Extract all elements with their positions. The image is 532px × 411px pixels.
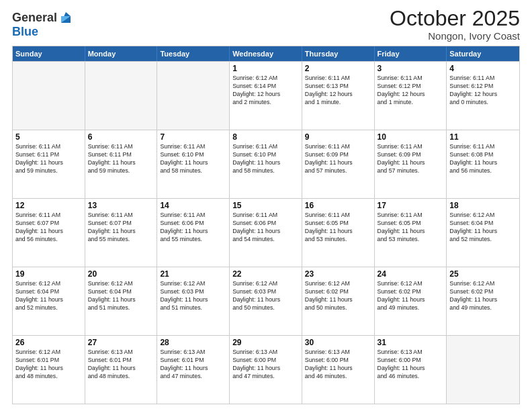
cell-info: Sunrise: 6:12 AM Sunset: 6:03 PM Dayligh… <box>232 280 299 312</box>
cal-cell-w3-d4: 15Sunrise: 6:11 AM Sunset: 6:06 PM Dayli… <box>230 199 302 267</box>
cal-cell-w4-d5: 23Sunrise: 6:12 AM Sunset: 6:02 PM Dayli… <box>302 267 375 335</box>
header: General Blue October 2025 Nongon, Ivory … <box>12 7 520 42</box>
page: General Blue October 2025 Nongon, Ivory … <box>0 0 532 411</box>
cal-cell-w3-d3: 14Sunrise: 6:11 AM Sunset: 6:06 PM Dayli… <box>157 199 230 267</box>
cal-cell-w5-d4: 29Sunrise: 6:13 AM Sunset: 6:00 PM Dayli… <box>230 336 302 404</box>
cell-day-number: 23 <box>305 269 371 279</box>
cell-day-number: 19 <box>15 269 82 279</box>
calendar-week-4: 19Sunrise: 6:12 AM Sunset: 6:04 PM Dayli… <box>13 267 519 335</box>
cell-day-number: 17 <box>378 201 444 210</box>
cell-info: Sunrise: 6:12 AM Sunset: 6:02 PM Dayligh… <box>378 280 444 312</box>
cell-day-number: 28 <box>160 338 226 347</box>
cal-cell-w1-d3 <box>157 62 230 130</box>
cell-day-number: 9 <box>305 132 371 142</box>
calendar-week-2: 5Sunrise: 6:11 AM Sunset: 6:11 PM Daylig… <box>13 130 519 198</box>
cal-cell-w5-d7 <box>447 336 519 404</box>
cell-info: Sunrise: 6:12 AM Sunset: 6:02 PM Dayligh… <box>449 280 517 312</box>
cal-cell-w1-d6: 3Sunrise: 6:11 AM Sunset: 6:12 PM Daylig… <box>375 62 447 130</box>
cell-day-number: 10 <box>378 132 444 142</box>
cell-info: Sunrise: 6:11 AM Sunset: 6:09 PM Dayligh… <box>305 143 371 175</box>
cell-info: Sunrise: 6:11 AM Sunset: 6:07 PM Dayligh… <box>15 212 82 244</box>
cal-cell-w1-d1 <box>13 62 85 130</box>
cal-cell-w4-d2: 20Sunrise: 6:12 AM Sunset: 6:04 PM Dayli… <box>85 267 158 335</box>
cell-info: Sunrise: 6:11 AM Sunset: 6:05 PM Dayligh… <box>305 212 371 244</box>
cell-info: Sunrise: 6:11 AM Sunset: 6:12 PM Dayligh… <box>449 75 517 107</box>
logo-general: General <box>12 11 57 24</box>
cell-info: Sunrise: 6:13 AM Sunset: 6:01 PM Dayligh… <box>88 349 154 381</box>
header-friday: Friday <box>375 46 447 61</box>
cell-info: Sunrise: 6:13 AM Sunset: 6:00 PM Dayligh… <box>305 349 371 381</box>
cell-day-number: 29 <box>232 338 299 347</box>
cell-info: Sunrise: 6:11 AM Sunset: 6:11 PM Dayligh… <box>15 143 82 175</box>
cal-cell-w1-d5: 2Sunrise: 6:11 AM Sunset: 6:13 PM Daylig… <box>302 62 375 130</box>
cell-info: Sunrise: 6:11 AM Sunset: 6:06 PM Dayligh… <box>160 212 226 244</box>
cell-day-number: 3 <box>378 64 444 73</box>
cell-info: Sunrise: 6:12 AM Sunset: 6:04 PM Dayligh… <box>449 212 517 244</box>
cal-cell-w2-d7: 11Sunrise: 6:11 AM Sunset: 6:08 PM Dayli… <box>447 130 519 198</box>
cell-day-number: 8 <box>232 132 299 142</box>
cell-info: Sunrise: 6:13 AM Sunset: 6:00 PM Dayligh… <box>232 349 299 381</box>
cal-cell-w3-d7: 18Sunrise: 6:12 AM Sunset: 6:04 PM Dayli… <box>447 199 519 267</box>
cell-info: Sunrise: 6:11 AM Sunset: 6:11 PM Dayligh… <box>88 143 154 175</box>
header-tuesday: Tuesday <box>157 46 230 61</box>
cal-cell-w2-d5: 9Sunrise: 6:11 AM Sunset: 6:09 PM Daylig… <box>302 130 375 198</box>
cell-day-number: 2 <box>305 64 371 73</box>
header-monday: Monday <box>85 46 158 61</box>
cell-info: Sunrise: 6:12 AM Sunset: 6:01 PM Dayligh… <box>15 349 82 381</box>
cell-info: Sunrise: 6:12 AM Sunset: 6:04 PM Dayligh… <box>15 280 82 312</box>
cal-cell-w4-d6: 24Sunrise: 6:12 AM Sunset: 6:02 PM Dayli… <box>375 267 447 335</box>
calendar-week-3: 12Sunrise: 6:11 AM Sunset: 6:07 PM Dayli… <box>13 198 519 267</box>
logo-icon <box>58 11 73 26</box>
cell-info: Sunrise: 6:12 AM Sunset: 6:04 PM Dayligh… <box>88 280 154 312</box>
cal-cell-w2-d2: 6Sunrise: 6:11 AM Sunset: 6:11 PM Daylig… <box>85 130 158 198</box>
cell-day-number: 4 <box>449 64 517 73</box>
cell-info: Sunrise: 6:11 AM Sunset: 6:09 PM Dayligh… <box>378 143 444 175</box>
cal-cell-w2-d1: 5Sunrise: 6:11 AM Sunset: 6:11 PM Daylig… <box>13 130 85 198</box>
calendar-header: Sunday Monday Tuesday Wednesday Thursday… <box>13 46 519 61</box>
cell-info: Sunrise: 6:11 AM Sunset: 6:10 PM Dayligh… <box>160 143 226 175</box>
cal-cell-w3-d6: 17Sunrise: 6:11 AM Sunset: 6:05 PM Dayli… <box>375 199 447 267</box>
title-block: October 2025 Nongon, Ivory Coast <box>390 7 520 42</box>
title-month: October 2025 <box>390 7 520 30</box>
cell-day-number: 6 <box>88 132 154 142</box>
cell-info: Sunrise: 6:11 AM Sunset: 6:12 PM Dayligh… <box>378 75 444 107</box>
calendar-body: 1Sunrise: 6:12 AM Sunset: 6:14 PM Daylig… <box>13 61 519 404</box>
cell-info: Sunrise: 6:12 AM Sunset: 6:02 PM Dayligh… <box>305 280 371 312</box>
cal-cell-w4-d7: 25Sunrise: 6:12 AM Sunset: 6:02 PM Dayli… <box>447 267 519 335</box>
cell-info: Sunrise: 6:11 AM Sunset: 6:05 PM Dayligh… <box>378 212 444 244</box>
cell-info: Sunrise: 6:13 AM Sunset: 6:01 PM Dayligh… <box>160 349 226 381</box>
cell-day-number: 30 <box>305 338 371 347</box>
cal-cell-w4-d1: 19Sunrise: 6:12 AM Sunset: 6:04 PM Dayli… <box>13 267 85 335</box>
cell-day-number: 24 <box>378 269 444 279</box>
cell-day-number: 25 <box>449 269 517 279</box>
cal-cell-w1-d2 <box>85 62 158 130</box>
cell-info: Sunrise: 6:11 AM Sunset: 6:13 PM Dayligh… <box>305 75 371 107</box>
cell-day-number: 27 <box>88 338 154 347</box>
cell-day-number: 14 <box>160 201 226 210</box>
cell-info: Sunrise: 6:11 AM Sunset: 6:06 PM Dayligh… <box>232 212 299 244</box>
cal-cell-w2-d3: 7Sunrise: 6:11 AM Sunset: 6:10 PM Daylig… <box>157 130 230 198</box>
header-saturday: Saturday <box>447 46 519 61</box>
cell-info: Sunrise: 6:11 AM Sunset: 6:07 PM Dayligh… <box>88 212 154 244</box>
cal-cell-w4-d3: 21Sunrise: 6:12 AM Sunset: 6:03 PM Dayli… <box>157 267 230 335</box>
cal-cell-w3-d2: 13Sunrise: 6:11 AM Sunset: 6:07 PM Dayli… <box>85 199 158 267</box>
cell-day-number: 7 <box>160 132 226 142</box>
cal-cell-w3-d1: 12Sunrise: 6:11 AM Sunset: 6:07 PM Dayli… <box>13 199 85 267</box>
cal-cell-w3-d5: 16Sunrise: 6:11 AM Sunset: 6:05 PM Dayli… <box>302 199 375 267</box>
cal-cell-w1-d7: 4Sunrise: 6:11 AM Sunset: 6:12 PM Daylig… <box>447 62 519 130</box>
cell-day-number: 16 <box>305 201 371 210</box>
header-sunday: Sunday <box>13 46 85 61</box>
title-location: Nongon, Ivory Coast <box>390 30 520 42</box>
calendar-week-5: 26Sunrise: 6:12 AM Sunset: 6:01 PM Dayli… <box>13 335 519 404</box>
cell-day-number: 11 <box>449 132 517 142</box>
logo-blue: Blue <box>12 26 73 38</box>
cal-cell-w5-d3: 28Sunrise: 6:13 AM Sunset: 6:01 PM Dayli… <box>157 336 230 404</box>
cell-day-number: 22 <box>232 269 299 279</box>
cell-day-number: 18 <box>449 201 517 210</box>
cell-day-number: 15 <box>232 201 299 210</box>
cal-cell-w2-d4: 8Sunrise: 6:11 AM Sunset: 6:10 PM Daylig… <box>230 130 302 198</box>
cal-cell-w5-d5: 30Sunrise: 6:13 AM Sunset: 6:00 PM Dayli… <box>302 336 375 404</box>
cell-day-number: 31 <box>378 338 444 347</box>
cal-cell-w5-d2: 27Sunrise: 6:13 AM Sunset: 6:01 PM Dayli… <box>85 336 158 404</box>
cell-day-number: 12 <box>15 201 82 210</box>
